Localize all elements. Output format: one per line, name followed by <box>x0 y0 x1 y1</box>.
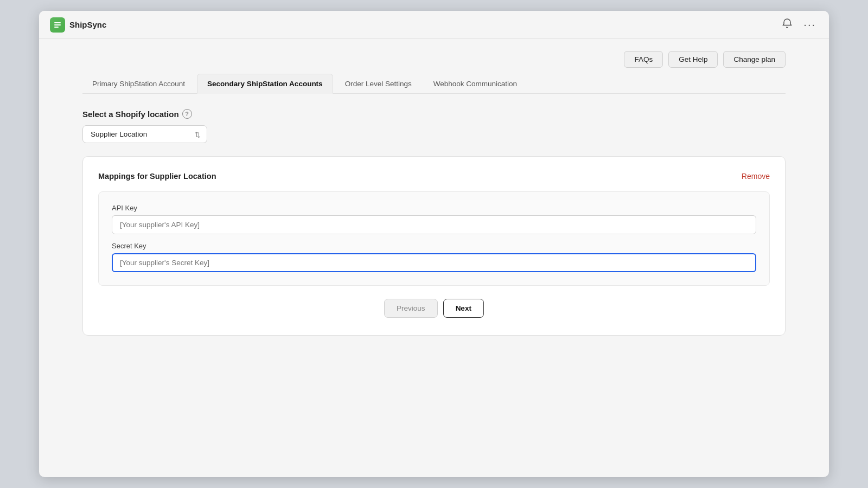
logo-icon <box>50 17 65 33</box>
secret-key-field-group: Secret Key <box>112 242 756 272</box>
faqs-button[interactable]: FAQs <box>624 51 663 68</box>
location-section-label: Select a Shopify location ? <box>82 109 786 119</box>
tab-primary-shipstation[interactable]: Primary ShipStation Account <box>82 74 195 93</box>
mappings-card: Mappings for Supplier Location Remove AP… <box>82 156 786 336</box>
inner-card: API Key Secret Key <box>98 191 770 286</box>
secret-key-input[interactable] <box>112 253 756 272</box>
previous-button[interactable]: Previous <box>384 299 438 318</box>
app-title: ShipSync <box>69 20 106 29</box>
tab-order-level-settings[interactable]: Order Level Settings <box>335 74 422 93</box>
tabs: Primary ShipStation Account Secondary Sh… <box>82 73 786 94</box>
card-header: Mappings for Supplier Location Remove <box>98 172 770 181</box>
next-button[interactable]: Next <box>443 299 484 318</box>
svg-rect-2 <box>54 27 59 28</box>
api-key-label: API Key <box>112 204 756 212</box>
help-icon[interactable]: ? <box>182 109 192 119</box>
app-window: ShipSync ··· FAQs Get Help Change plan <box>39 11 829 477</box>
top-actions: FAQs Get Help Change plan <box>82 39 786 73</box>
location-select[interactable]: Supplier Location Primary Location Wareh… <box>82 125 207 143</box>
app-logo: ShipSync <box>50 17 106 33</box>
remove-button[interactable]: Remove <box>742 172 770 181</box>
tab-secondary-shipstation[interactable]: Secondary ShipStation Accounts <box>197 74 333 94</box>
svg-rect-0 <box>54 22 61 23</box>
api-key-input[interactable] <box>112 215 756 234</box>
secret-key-label: Secret Key <box>112 242 756 250</box>
title-bar: ShipSync ··· <box>39 11 829 39</box>
api-key-field-group: API Key <box>112 204 756 234</box>
title-bar-actions: ··· <box>780 16 818 34</box>
change-plan-button[interactable]: Change plan <box>723 51 786 68</box>
notification-button[interactable] <box>780 16 795 34</box>
nav-buttons: Previous Next <box>98 299 770 318</box>
more-options-button[interactable]: ··· <box>801 16 818 33</box>
card-title: Mappings for Supplier Location <box>98 172 216 181</box>
main-content: FAQs Get Help Change plan Primary ShipSt… <box>39 39 829 477</box>
notification-icon <box>782 18 793 31</box>
tab-webhook-communication[interactable]: Webhook Communication <box>424 74 527 93</box>
get-help-button[interactable]: Get Help <box>668 51 718 68</box>
svg-rect-1 <box>54 24 61 25</box>
location-select-wrapper: Supplier Location Primary Location Wareh… <box>82 125 207 143</box>
more-icon: ··· <box>803 18 816 31</box>
